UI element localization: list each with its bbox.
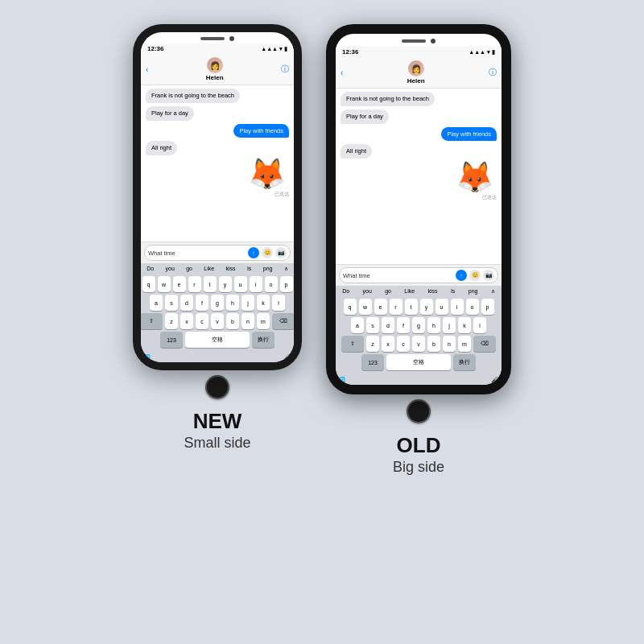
old-sub-label: Big side bbox=[393, 459, 444, 476]
old-key-delete[interactable]: ⌫ bbox=[473, 336, 496, 352]
old-key-h[interactable]: h bbox=[427, 317, 440, 333]
old-key-e[interactable]: e bbox=[374, 299, 387, 315]
old-key-w[interactable]: w bbox=[359, 299, 372, 315]
key-shift[interactable]: ⇧ bbox=[141, 313, 163, 329]
old-send-button[interactable]: ↑ bbox=[456, 270, 467, 281]
key-y[interactable]: y bbox=[219, 276, 232, 292]
key-k[interactable]: k bbox=[257, 295, 270, 311]
old-key-a[interactable]: a bbox=[351, 317, 364, 333]
new-main-label: NEW bbox=[184, 411, 250, 431]
old-key-g[interactable]: g bbox=[412, 317, 425, 333]
old-animoji-button[interactable]: 😊 bbox=[469, 270, 481, 281]
old-contact-avatar: 👩 bbox=[408, 60, 424, 76]
new-bottom-row: 🌐 🎤 bbox=[141, 352, 294, 362]
old-key-row-1: q w e r t y u i o p bbox=[337, 299, 500, 315]
new-msg-4: All right bbox=[146, 141, 177, 155]
key-e[interactable]: e bbox=[173, 276, 186, 292]
key-b[interactable]: b bbox=[226, 313, 239, 329]
old-key-y[interactable]: y bbox=[420, 299, 433, 315]
key-r[interactable]: r bbox=[188, 276, 201, 292]
new-send-button[interactable]: ↑ bbox=[248, 247, 259, 258]
new-keyboard[interactable]: q w e r t y u i o p a s d bbox=[141, 275, 294, 352]
new-mic-icon[interactable]: 🎤 bbox=[283, 354, 291, 361]
key-s[interactable]: s bbox=[165, 295, 178, 311]
old-key-v[interactable]: v bbox=[412, 336, 425, 352]
new-key-row-3: ⇧ z x c v b n m ⌫ bbox=[142, 313, 292, 329]
new-input-area[interactable]: What time ↑ 😊 📷 bbox=[141, 242, 294, 263]
new-predictive-row: Do you go Like kiss Is png ∧ bbox=[141, 263, 294, 275]
new-back-button[interactable]: ‹ bbox=[146, 65, 148, 74]
old-contact-name: Helen bbox=[407, 77, 425, 85]
key-space[interactable]: 空格 bbox=[185, 332, 250, 348]
key-a[interactable]: a bbox=[150, 295, 163, 311]
key-h[interactable]: h bbox=[226, 295, 239, 311]
new-input-text[interactable]: What time bbox=[148, 250, 246, 257]
old-key-u[interactable]: u bbox=[436, 299, 448, 315]
new-info-button[interactable]: ⓘ bbox=[281, 64, 289, 75]
key-p[interactable]: p bbox=[280, 276, 293, 292]
old-key-s[interactable]: s bbox=[366, 317, 379, 333]
key-123[interactable]: 123 bbox=[160, 332, 183, 348]
new-key-row-2: a s d f g h j k l bbox=[142, 295, 292, 311]
new-input-row: What time ↑ 😊 📷 bbox=[144, 245, 291, 261]
old-input-area[interactable]: What time ↑ 😊 📷 bbox=[336, 264, 502, 286]
old-camera-button[interactable]: 📷 bbox=[483, 270, 494, 281]
old-key-m[interactable]: m bbox=[458, 336, 471, 352]
old-key-o[interactable]: o bbox=[466, 299, 479, 315]
key-j[interactable]: j bbox=[242, 295, 254, 311]
old-back-button[interactable]: ‹ bbox=[341, 68, 343, 77]
key-w[interactable]: w bbox=[158, 276, 171, 292]
key-c[interactable]: c bbox=[196, 313, 208, 329]
old-key-shift[interactable]: ⇧ bbox=[341, 336, 364, 352]
key-o[interactable]: o bbox=[265, 276, 278, 292]
old-phone-container: 12:36 ▲▲▲ ▾ ▮ ‹ 👩 Helen bbox=[326, 24, 511, 476]
key-d[interactable]: d bbox=[180, 295, 193, 311]
key-delete[interactable]: ⌫ bbox=[272, 313, 294, 329]
old-imessage-header: ‹ 👩 Helen ⓘ bbox=[336, 57, 502, 89]
old-key-x[interactable]: x bbox=[382, 336, 394, 352]
old-key-f[interactable]: f bbox=[397, 317, 410, 333]
old-key-123[interactable]: 123 bbox=[361, 354, 384, 370]
old-home-button[interactable] bbox=[407, 399, 431, 423]
old-mic-icon[interactable]: 🎤 bbox=[491, 377, 498, 383]
new-status-icons: ▲▲▲ ▾ ▮ bbox=[261, 46, 287, 52]
old-keyboard[interactable]: q w e r t y u i o p a s d bbox=[336, 297, 502, 374]
old-key-n[interactable]: n bbox=[443, 336, 456, 352]
key-u[interactable]: u bbox=[234, 276, 247, 292]
old-key-l[interactable]: l bbox=[473, 317, 486, 333]
key-return[interactable]: 换行 bbox=[252, 332, 275, 348]
key-x[interactable]: x bbox=[180, 313, 193, 329]
new-globe-icon[interactable]: 🌐 bbox=[144, 354, 151, 361]
key-n[interactable]: n bbox=[242, 313, 254, 329]
old-key-r[interactable]: r bbox=[390, 299, 402, 315]
old-info-button[interactable]: ⓘ bbox=[489, 67, 497, 78]
old-key-return[interactable]: 换行 bbox=[453, 354, 476, 370]
old-key-p[interactable]: p bbox=[481, 299, 494, 315]
key-f[interactable]: f bbox=[196, 295, 208, 311]
new-home-button[interactable] bbox=[205, 375, 229, 399]
key-t[interactable]: t bbox=[204, 276, 217, 292]
old-key-i[interactable]: i bbox=[451, 299, 464, 315]
old-key-b[interactable]: b bbox=[427, 336, 440, 352]
key-v[interactable]: v bbox=[211, 313, 224, 329]
new-animoji-button[interactable]: 😊 bbox=[262, 247, 273, 258]
old-key-space[interactable]: 空格 bbox=[386, 354, 451, 370]
old-key-k[interactable]: k bbox=[458, 317, 471, 333]
key-m[interactable]: m bbox=[257, 313, 270, 329]
key-l[interactable]: l bbox=[272, 295, 285, 311]
key-q[interactable]: q bbox=[142, 276, 155, 292]
old-status-icons: ▲▲▲ ▾ ▮ bbox=[469, 49, 495, 56]
key-z[interactable]: z bbox=[165, 313, 178, 329]
key-g[interactable]: g bbox=[211, 295, 224, 311]
old-key-t[interactable]: t bbox=[405, 299, 418, 315]
old-key-j[interactable]: j bbox=[443, 317, 456, 333]
old-key-q[interactable]: q bbox=[344, 299, 357, 315]
new-camera-button[interactable]: 📷 bbox=[275, 247, 287, 258]
key-i[interactable]: i bbox=[250, 276, 262, 292]
old-input-text[interactable]: What time bbox=[343, 272, 453, 279]
old-input-row: What time ↑ 😊 📷 bbox=[339, 267, 498, 283]
old-key-c[interactable]: c bbox=[397, 336, 410, 352]
old-key-d[interactable]: d bbox=[382, 317, 394, 333]
old-key-z[interactable]: z bbox=[366, 336, 379, 352]
old-globe-icon[interactable]: 🌐 bbox=[339, 377, 346, 383]
